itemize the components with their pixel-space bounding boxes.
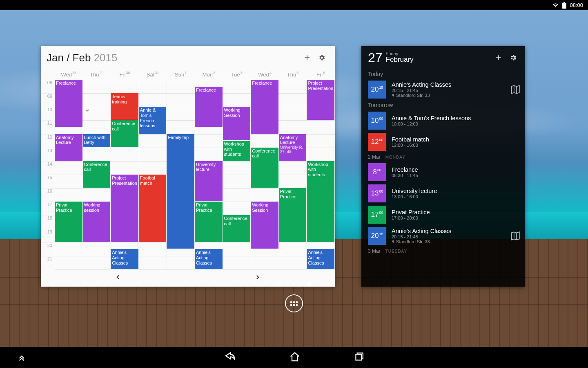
week-title-year: 2015 xyxy=(94,52,118,64)
day-header-cell[interactable]: Wed28 xyxy=(55,69,83,80)
hour-label: 16 xyxy=(41,188,55,202)
prev-week-button[interactable] xyxy=(114,274,122,283)
hour-label: 18 xyxy=(41,215,55,229)
agenda-header-date[interactable]: Friday February xyxy=(386,52,414,64)
hour-label: 21 xyxy=(41,256,55,269)
agenda-item-content: Privat Practice 17:00 - 20:00 xyxy=(392,209,521,220)
calendar-event[interactable]: Conference call xyxy=(111,120,138,147)
calendar-event[interactable]: Annie & Tom's French lessons xyxy=(139,107,167,133)
calendar-event[interactable]: Workshop with students xyxy=(307,161,334,242)
agenda-section-heading: 3 MarTUESDAY xyxy=(361,247,525,256)
next-week-button[interactable] xyxy=(254,274,261,283)
day-header-cell[interactable]: Tue3 xyxy=(223,69,251,80)
calendar-event[interactable]: Conference call xyxy=(251,148,278,188)
expand-toggle-button[interactable] xyxy=(83,108,91,115)
agenda-add-button[interactable] xyxy=(491,50,506,65)
hour-label: 20 xyxy=(41,242,55,256)
calendar-event[interactable]: Working Session xyxy=(251,202,278,249)
time-badge: 2015 xyxy=(368,81,386,99)
calendar-event[interactable]: Working session xyxy=(83,202,111,242)
hour-label: 12 xyxy=(41,134,55,148)
agenda-item-content: Annie's Acting Classes 20:15 - 21:45 Sta… xyxy=(392,228,504,244)
calendar-event[interactable]: Tennis training xyxy=(111,93,138,120)
calendar-event[interactable]: Freelance xyxy=(251,80,278,134)
map-icon[interactable] xyxy=(510,231,521,241)
day-grid[interactable]: FreelanceAnatomy LecturePrivat PracticeL… xyxy=(55,80,335,269)
day-header-cell[interactable]: Wed4 xyxy=(251,69,279,80)
hour-label: 19 xyxy=(41,229,55,242)
calendar-event[interactable]: Footbal match xyxy=(139,175,167,242)
day-header-cell[interactable]: Thu5 xyxy=(279,69,307,80)
time-badge: 1700 xyxy=(368,206,386,224)
hours-column: 0809101112131415161718192021 xyxy=(41,80,55,269)
day-header-cell[interactable]: Sat31 xyxy=(139,69,167,80)
agenda-header: 27 Friday February xyxy=(361,46,525,69)
calendar-event[interactable]: Freelance xyxy=(195,87,223,127)
calendar-event[interactable]: Privat Practice xyxy=(55,202,82,242)
calendar-event[interactable]: Workshop with students xyxy=(223,141,251,161)
settings-button[interactable] xyxy=(314,50,329,65)
recent-apps-button[interactable] xyxy=(354,351,364,362)
nav-expand-icon[interactable] xyxy=(16,352,27,363)
wallpaper[interactable]: Jan / Feb 2015 Wed28Thu29Fri30Sat31Sun1M… xyxy=(0,10,588,347)
day-header-cell[interactable]: Mon2 xyxy=(195,69,223,80)
calendar-event[interactable]: Privat Practice xyxy=(195,202,223,242)
agenda-header-day[interactable]: 27 xyxy=(368,50,383,65)
agenda-section-heading: Today xyxy=(361,69,525,79)
home-button[interactable] xyxy=(289,351,301,363)
agenda-item-content: Annie & Tom's French lessons 10:00 - 12:… xyxy=(392,115,521,126)
time-badge: 2015 xyxy=(368,227,386,245)
time-badge: 1000 xyxy=(368,112,386,130)
agenda-item[interactable]: 2015 Annie's Acting Classes 20:15 - 21:4… xyxy=(361,79,525,100)
calendar-event[interactable]: Annie's Acting Classes xyxy=(195,249,223,269)
calendar-event[interactable]: Annie's Acting Classes xyxy=(111,249,138,269)
week-title-months: Jan / Feb xyxy=(47,52,91,64)
agenda-item-content: University lecture 13:00 - 16:00 xyxy=(392,188,521,199)
battery-icon xyxy=(562,2,566,9)
agenda-body[interactable]: Today2015 Annie's Acting Classes 20:15 -… xyxy=(361,69,525,287)
calendar-event[interactable]: Family trip xyxy=(167,134,194,249)
map-icon[interactable] xyxy=(510,84,521,95)
agenda-item[interactable]: 1000 Annie & Tom's French lessons 10:00 … xyxy=(361,110,525,131)
calendar-event[interactable]: Project Presentation xyxy=(307,80,334,120)
day-header-cell[interactable]: Thu29 xyxy=(83,69,111,80)
hour-label: 15 xyxy=(41,175,55,188)
calendar-event[interactable]: Freelance xyxy=(55,80,82,127)
hour-label: 11 xyxy=(41,120,55,134)
calendar-event[interactable]: Anatomy Lecture xyxy=(55,134,82,161)
app-drawer-button[interactable] xyxy=(285,294,303,312)
agenda-section-heading: Tomorrow xyxy=(361,100,525,110)
calendar-agenda-widget[interactable]: 27 Friday February Today2015 Annie's Act… xyxy=(361,46,525,287)
hour-label: 13 xyxy=(41,148,55,161)
svg-rect-0 xyxy=(356,355,361,360)
calendar-event[interactable]: Conference call xyxy=(83,161,111,188)
calendar-event[interactable]: University lecture xyxy=(195,161,223,201)
hour-label: 17 xyxy=(41,202,55,215)
day-header-cell[interactable]: Fri30 xyxy=(111,69,139,80)
agenda-item-content: Annie's Acting Classes 20:15 - 21:45 Sta… xyxy=(392,81,504,98)
agenda-item[interactable]: 1200 Footbal match 12:00 - 16:00 xyxy=(361,131,525,153)
calendar-event[interactable]: Project Presentation xyxy=(111,175,138,242)
back-button[interactable] xyxy=(224,351,236,364)
calendar-event[interactable]: Conference call xyxy=(223,215,251,242)
week-title[interactable]: Jan / Feb 2015 xyxy=(47,52,117,64)
agenda-item[interactable]: 830 Freelance 08:30 - 11:45 xyxy=(361,162,525,183)
tablet-home-screen: 08:00 Jan / Feb 2015 We xyxy=(0,0,588,368)
agenda-item[interactable]: 1700 Privat Practice 17:00 - 20:00 xyxy=(361,204,525,225)
calendar-event[interactable]: Lunch with Betty xyxy=(83,134,111,147)
home-page-indicator[interactable] xyxy=(277,282,311,286)
time-badge: 830 xyxy=(368,163,386,181)
calendar-event[interactable]: Annie's Acting Classes xyxy=(307,249,334,269)
day-header-cell[interactable]: Sun1 xyxy=(167,69,195,80)
add-event-button[interactable] xyxy=(300,50,314,65)
calendar-week-widget[interactable]: Jan / Feb 2015 Wed28Thu29Fri30Sat31Sun1M… xyxy=(41,46,335,287)
day-header-cell[interactable]: Fri6 xyxy=(307,69,335,80)
calendar-event[interactable]: Privat Practice xyxy=(279,188,307,242)
agenda-item[interactable]: 2015 Annie's Acting Classes 20:15 - 21:4… xyxy=(361,225,525,247)
time-badge: 1200 xyxy=(368,133,386,151)
agenda-settings-button[interactable] xyxy=(506,50,521,65)
agenda-item[interactable]: 1300 University lecture 13:00 - 16:00 xyxy=(361,183,525,204)
calendar-event[interactable]: Working Session xyxy=(223,107,251,140)
calendar-event[interactable]: Anatomy LectureUniversity R. 37, 4th xyxy=(279,134,307,161)
status-bar: 08:00 xyxy=(0,0,588,10)
